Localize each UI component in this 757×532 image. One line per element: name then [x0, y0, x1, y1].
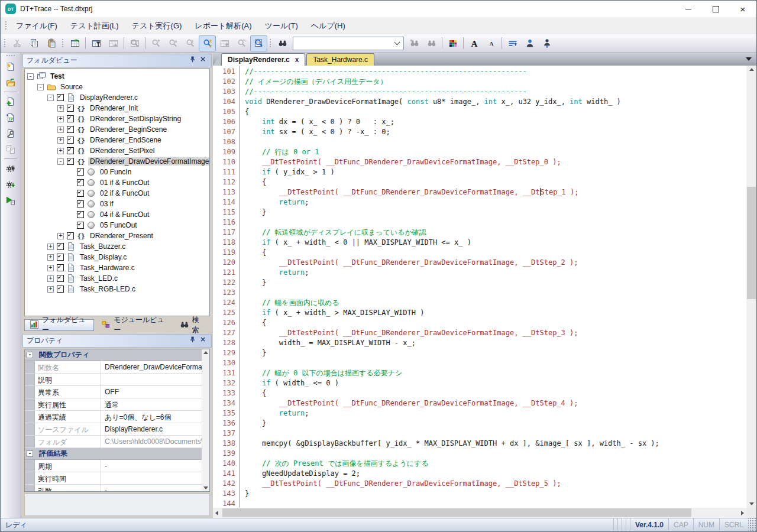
- code-line[interactable]: 123: [213, 288, 746, 298]
- code-line[interactable]: 101//-----------------------------------…: [213, 67, 746, 77]
- checkbox[interactable]: [57, 243, 64, 250]
- code-line[interactable]: 137: [213, 429, 746, 439]
- run-test-icon[interactable]: [2, 192, 19, 208]
- code-line[interactable]: 115 }: [213, 207, 746, 218]
- editor-tab-0[interactable]: DisplayRenderer.cx: [221, 53, 305, 66]
- checkbox[interactable]: [67, 158, 74, 165]
- tab-close-icon[interactable]: x: [295, 56, 299, 64]
- code-line[interactable]: 120 __DtTestPoint( __DtFunc_DRenderer_Dr…: [213, 258, 746, 268]
- tree-item[interactable]: -{}DRenderer_DrawDeviceFormatImage: [25, 156, 209, 167]
- property-value[interactable]: -: [101, 485, 202, 492]
- build-icon[interactable]: [2, 176, 19, 192]
- code-editor[interactable]: 101//-----------------------------------…: [213, 66, 756, 518]
- checkbox[interactable]: [77, 200, 84, 207]
- code-line[interactable]: 133 {: [213, 388, 746, 398]
- property-row[interactable]: ソースファイルDisplayRenderer.c: [25, 423, 209, 436]
- search-list-icon[interactable]: [250, 35, 267, 51]
- checkbox[interactable]: [77, 222, 84, 229]
- test-point-icon[interactable]: TP: [2, 109, 19, 125]
- pin-icon[interactable]: [189, 56, 197, 66]
- tab-list-dropdown-icon[interactable]: [746, 57, 752, 61]
- code-line[interactable]: 130: [213, 358, 746, 368]
- tree-item[interactable]: 05 FuncOut: [25, 220, 209, 231]
- expander-minus-icon[interactable]: -: [27, 73, 34, 80]
- checkbox[interactable]: [57, 275, 64, 282]
- property-row[interactable]: 説明: [25, 374, 209, 386]
- property-value[interactable]: [101, 374, 202, 385]
- pin-icon[interactable]: [189, 336, 197, 346]
- code-line[interactable]: 131 // 幅が 0 以下の場合は描画する必要ナシ: [213, 368, 746, 378]
- chevron-down-icon[interactable]: [394, 40, 400, 46]
- tree-item[interactable]: -DisplayRenderer.c: [25, 92, 209, 103]
- menu-item-0[interactable]: ファイル(F): [9, 19, 64, 33]
- code-line[interactable]: 136 }: [213, 419, 746, 429]
- checkbox[interactable]: [57, 286, 64, 293]
- tree-item[interactable]: +{}DRenderer_SetPixel: [25, 145, 209, 156]
- maximize-button[interactable]: [702, 1, 729, 17]
- tree-item[interactable]: +{}DRenderer_Init: [25, 103, 209, 113]
- code-line[interactable]: 108: [213, 137, 746, 147]
- property-value[interactable]: -: [101, 460, 202, 472]
- color-grid-icon[interactable]: [444, 35, 461, 51]
- tree-item[interactable]: -Test: [25, 71, 209, 82]
- properties-scrollbar[interactable]: [202, 349, 209, 491]
- checkbox[interactable]: [77, 179, 84, 186]
- font-small-icon[interactable]: A: [483, 35, 500, 51]
- property-group-0[interactable]: -関数プロパティ: [25, 349, 209, 361]
- copy-icon[interactable]: [25, 35, 43, 51]
- checkbox[interactable]: [67, 105, 74, 112]
- expander-minus-icon[interactable]: -: [57, 158, 64, 165]
- code-line[interactable]: 125 if ( x_ + width_ > MAX_DISPLAY_WIDTH…: [213, 308, 746, 318]
- code-line[interactable]: 111 if ( y_idx_ > 1 ): [213, 167, 746, 177]
- collapse-minus-icon[interactable]: -: [27, 450, 33, 457]
- property-group-1[interactable]: -評価結果: [25, 448, 209, 460]
- property-row[interactable]: フォルダC:\Users\hldc0008\Documents\wo...: [25, 436, 209, 448]
- checkbox[interactable]: [77, 168, 84, 176]
- code-line[interactable]: 116: [213, 218, 746, 228]
- code-line[interactable]: 103//-----------------------------------…: [213, 87, 746, 97]
- property-value[interactable]: 通常: [101, 398, 202, 410]
- expander-plus-icon[interactable]: +: [57, 148, 64, 154]
- checkbox[interactable]: [67, 115, 74, 122]
- panel-close-icon[interactable]: [199, 336, 208, 346]
- table-filter-icon[interactable]: [88, 35, 105, 51]
- property-value[interactable]: あり=0個、なし=6個: [101, 411, 202, 423]
- tree-item[interactable]: +Task_Display.c: [25, 252, 209, 262]
- code-line[interactable]: 104void DRenderer_DrawDeviceFormatImage(…: [213, 97, 746, 107]
- code-line[interactable]: 114 return;: [213, 197, 746, 207]
- code-line[interactable]: 118 if ( x_ + width_ < 0 || MAX_DISPLAY_…: [213, 238, 746, 248]
- search-input[interactable]: [293, 38, 395, 48]
- find-icon[interactable]: [274, 35, 291, 51]
- code-line[interactable]: 121 return;: [213, 268, 746, 278]
- code-line[interactable]: 105{: [213, 107, 746, 117]
- wrench-settings-icon[interactable]: [2, 125, 19, 141]
- expander-plus-icon[interactable]: +: [57, 137, 64, 144]
- checkbox[interactable]: [57, 94, 64, 101]
- open-project-icon[interactable]: [2, 74, 19, 90]
- code-line[interactable]: 138 memcpy( &gDisplayBackbuffer[ y_idx_ …: [213, 439, 746, 449]
- tree-item[interactable]: 00 FuncIn: [25, 167, 209, 177]
- expander-plus-icon[interactable]: +: [47, 286, 54, 293]
- checkbox[interactable]: [77, 190, 84, 197]
- expander-plus-icon[interactable]: +: [57, 233, 64, 239]
- code-line[interactable]: 126 {: [213, 318, 746, 328]
- property-value[interactable]: [101, 472, 202, 484]
- checkbox[interactable]: [67, 232, 74, 239]
- menu-item-1[interactable]: テスト計画(L): [64, 19, 125, 33]
- minimize-button[interactable]: [675, 1, 702, 17]
- connect-target-icon[interactable]: [2, 160, 19, 176]
- table-undo-icon[interactable]: [66, 35, 83, 51]
- tree-item[interactable]: 04 if & FuncOut: [25, 209, 209, 220]
- code-line[interactable]: 124 // 幅を画面内に収める: [213, 298, 746, 308]
- scroll-right-icon[interactable]: [741, 511, 744, 515]
- property-row[interactable]: 異常系OFF: [25, 386, 209, 398]
- code-line[interactable]: 112 {: [213, 177, 746, 187]
- tree-item[interactable]: +Task_RGB-LED.c: [25, 284, 209, 294]
- checkbox[interactable]: [67, 137, 74, 144]
- code-lines[interactable]: 101//-----------------------------------…: [213, 66, 746, 508]
- code-line[interactable]: 110 __DtTestPoint( __DtFunc_DRenderer_Dr…: [213, 157, 746, 167]
- tree-item[interactable]: 02 if & FuncOut: [25, 188, 209, 199]
- tree-item[interactable]: +{}DRenderer_BeginScene: [25, 124, 209, 135]
- menu-item-5[interactable]: ヘルプ(H): [305, 19, 352, 33]
- close-button[interactable]: ×: [729, 1, 756, 17]
